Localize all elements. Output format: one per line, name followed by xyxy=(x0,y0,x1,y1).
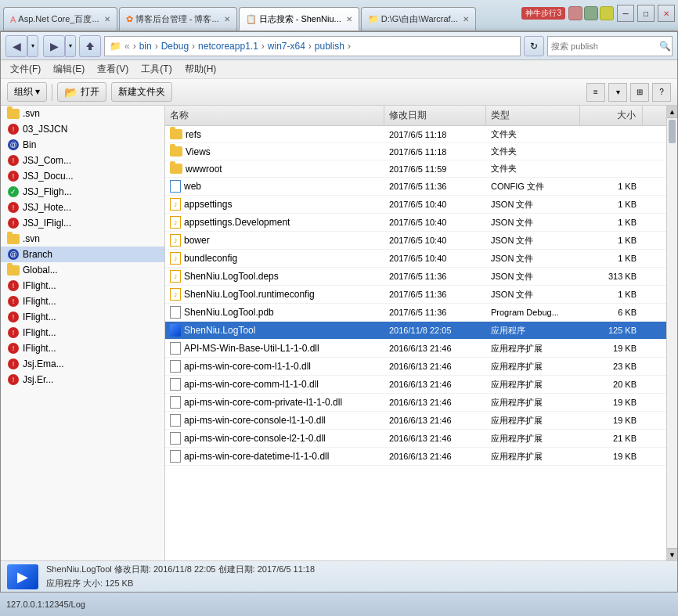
tab-3-close[interactable]: ✕ xyxy=(346,15,352,23)
file-date: 2017/6/5 11:36 xyxy=(384,180,486,193)
view-dropdown-button[interactable]: ▾ xyxy=(608,83,627,102)
new-folder-button[interactable]: 新建文件夹 xyxy=(111,82,172,102)
file-row[interactable]: Views 2017/6/5 11:18 文件夹 xyxy=(165,143,666,160)
sidebar-item-iflight2[interactable]: ! IFlight... xyxy=(1,294,164,309)
tab-4-close[interactable]: ✕ xyxy=(463,15,469,23)
search-icon[interactable]: 🔍 xyxy=(659,41,671,52)
breadcrumb-publish[interactable]: publish xyxy=(315,41,344,52)
tab-4[interactable]: 📁 D:\G\自由\Warcraf... ✕ xyxy=(361,7,476,31)
file-date: 2017/6/5 10:40 xyxy=(384,198,486,211)
scroll-down[interactable]: ▼ xyxy=(667,548,677,560)
file-date: 2017/6/5 11:59 xyxy=(384,163,486,175)
organize-button[interactable]: 组织 ▾ xyxy=(7,82,47,102)
up-button[interactable] xyxy=(79,35,101,57)
sidebar-item-jsjcom[interactable]: ! JSJ_Com... xyxy=(1,153,164,168)
breadcrumb-bin[interactable]: bin xyxy=(139,41,152,52)
back-dropdown[interactable]: ▾ xyxy=(27,35,38,57)
file-size: 6 KB xyxy=(580,306,643,319)
sidebar-item-bin[interactable]: @ Bin xyxy=(1,137,164,153)
file-row[interactable]: api-ms-win-core-com-l1-1-0.dll 2016/6/13… xyxy=(165,358,666,376)
tab-2[interactable]: ✿ 博客后台管理 - 博客... ✕ xyxy=(119,7,237,31)
sidebar-item-jsjhotel[interactable]: ! JSJ_Hote... xyxy=(1,200,164,215)
search-input[interactable] xyxy=(551,41,659,51)
file-row[interactable]: J appsettings.Development 2017/6/5 10:40… xyxy=(165,214,666,232)
refresh-button[interactable]: ↻ xyxy=(524,36,544,56)
file-row[interactable]: API-MS-Win-Base-Util-L1-1-0.dll 2016/6/1… xyxy=(165,340,666,358)
file-row[interactable]: api-ms-win-core-console-l1-1-0.dll 2016/… xyxy=(165,412,666,430)
file-row[interactable]: web 2017/6/5 11:36 CONFIG 文件 1 KB xyxy=(165,178,666,196)
sidebar-item-jsjemail[interactable]: ! Jsj.Ema... xyxy=(1,356,164,372)
sidebar-folder-icon: ! xyxy=(7,342,20,355)
file-row[interactable]: J bundleconfig 2017/6/5 10:40 JSON 文件 1 … xyxy=(165,250,666,268)
sidebar-item-global[interactable]: Global... xyxy=(1,262,164,278)
tab-3[interactable]: 📋 日志搜索 - ShenNiu... ✕ xyxy=(239,7,359,31)
tab-1-close[interactable]: ✕ xyxy=(104,15,110,23)
sidebar-item-03jsjcn[interactable]: ! 03_JSJCN xyxy=(1,121,164,137)
file-row[interactable]: api-ms-win-core-comm-l1-1-0.dll 2016/6/1… xyxy=(165,376,666,394)
menu-file[interactable]: 文件(F) xyxy=(4,61,47,77)
forward-dropdown[interactable]: ▾ xyxy=(65,35,76,57)
menu-edit[interactable]: 编辑(E) xyxy=(47,61,91,77)
menu-view[interactable]: 查看(V) xyxy=(91,61,135,77)
col-name[interactable]: 名称 xyxy=(165,106,384,125)
scroll-thumb[interactable] xyxy=(669,120,676,143)
scroll-up[interactable]: ▲ xyxy=(667,106,677,118)
close-button[interactable]: ✕ xyxy=(658,5,675,22)
file-row[interactable]: J ShenNiu.LogTool.deps 2017/6/5 11:36 JS… xyxy=(165,268,666,286)
sidebar-item-iflight1[interactable]: ! IFlight... xyxy=(1,278,164,294)
file-row[interactable]: ShenNiu.LogTool 2016/11/8 22:05 应用程序 125… xyxy=(165,322,666,340)
file-row[interactable]: api-ms-win-core-console-l2-1-0.dll 2016/… xyxy=(165,430,666,448)
sidebar-item-branch[interactable]: @ Branch xyxy=(1,247,164,262)
scrollbar-v[interactable]: ▲ ▼ xyxy=(666,106,677,560)
file-size: 23 KB xyxy=(580,360,643,373)
file-row[interactable]: wwwroot 2017/6/5 11:59 文件夹 xyxy=(165,160,666,178)
status-file-icon: ▶ xyxy=(7,564,38,589)
minimize-button[interactable]: ─ xyxy=(617,5,634,22)
menu-tools[interactable]: 工具(T) xyxy=(135,61,178,77)
file-size xyxy=(580,133,643,136)
back-button[interactable]: ◀ xyxy=(5,35,27,57)
help-button[interactable]: ? xyxy=(652,83,671,102)
sidebar-item-svn1[interactable]: .svn xyxy=(1,106,164,121)
sidebar-item-iflight5[interactable]: ! IFlight... xyxy=(1,340,164,356)
sidebar-item-svn2[interactable]: .svn xyxy=(1,231,164,247)
col-date[interactable]: 修改日期 xyxy=(384,106,486,125)
tab-2-close[interactable]: ✕ xyxy=(224,15,230,23)
sidebar-folder-icon: ! xyxy=(7,123,20,135)
tab-1[interactable]: A Asp.Net Core_百度... ✕ xyxy=(3,7,117,31)
file-row[interactable]: J ShenNiu.LogTool.runtimeconfig 2017/6/5… xyxy=(165,286,666,304)
file-type: CONFIG 文件 xyxy=(486,179,580,194)
nav-bar: ◀ ▾ ▶ ▾ 📁 « › bin › Debug › netcoreapp1.… xyxy=(1,32,677,60)
col-type[interactable]: 类型 xyxy=(486,106,580,125)
file-size: 19 KB xyxy=(580,414,643,427)
menu-help[interactable]: 帮助(H) xyxy=(179,61,223,77)
file-size: 1 KB xyxy=(580,252,643,265)
sidebar-item-jsjiflight[interactable]: ! JSJ_IFligl... xyxy=(1,215,164,231)
forward-button[interactable]: ▶ xyxy=(43,35,65,57)
breadcrumb-bar[interactable]: 📁 « › bin › Debug › netcoreapp1.1 › win7… xyxy=(104,36,521,56)
view-list-button[interactable]: ≡ xyxy=(586,83,605,102)
file-row[interactable]: J appsettings 2017/6/5 10:40 JSON 文件 1 K… xyxy=(165,196,666,214)
breadcrumb-win7[interactable]: win7-x64 xyxy=(268,41,305,52)
sidebar-item-jsjflight[interactable]: ✓ JSJ_Fligh... xyxy=(1,184,164,200)
sidebar-item-iflight4[interactable]: ! IFlight... xyxy=(1,325,164,340)
sidebar-item-jsjdoc[interactable]: ! JSJ_Docu... xyxy=(1,168,164,184)
file-row[interactable]: ShenNiu.LogTool.pdb 2017/6/5 11:36 Progr… xyxy=(165,304,666,322)
col-size[interactable]: 大小 xyxy=(580,106,643,125)
file-row[interactable]: api-ms-win-core-datetime-l1-1-0.dll 2016… xyxy=(165,448,666,466)
search-bar[interactable]: 🔍 xyxy=(547,36,673,56)
breadcrumb-netcore[interactable]: netcoreapp1.1 xyxy=(198,41,258,52)
breadcrumb-debug[interactable]: Debug xyxy=(161,41,189,52)
file-name: J ShenNiu.LogTool.runtimeconfig xyxy=(165,286,384,302)
file-row[interactable]: api-ms-win-core-com-private-l1-1-0.dll 2… xyxy=(165,394,666,412)
file-row[interactable]: J bower 2017/6/5 10:40 JSON 文件 1 KB xyxy=(165,232,666,250)
view-pane-button[interactable]: ⊞ xyxy=(630,83,649,102)
sidebar-item-jsjer[interactable]: ! Jsj.Er... xyxy=(1,372,164,387)
sidebar-item-iflight3[interactable]: ! IFlight... xyxy=(1,309,164,325)
file-row[interactable]: refs 2017/6/5 11:18 文件夹 xyxy=(165,126,666,143)
maximize-button[interactable]: □ xyxy=(637,5,655,22)
sidebar-folder-icon xyxy=(7,232,20,245)
sidebar-folder-icon: ! xyxy=(7,279,20,292)
file-type: 应用程序扩展 xyxy=(486,395,580,410)
open-button[interactable]: 📂 打开 xyxy=(57,82,106,102)
